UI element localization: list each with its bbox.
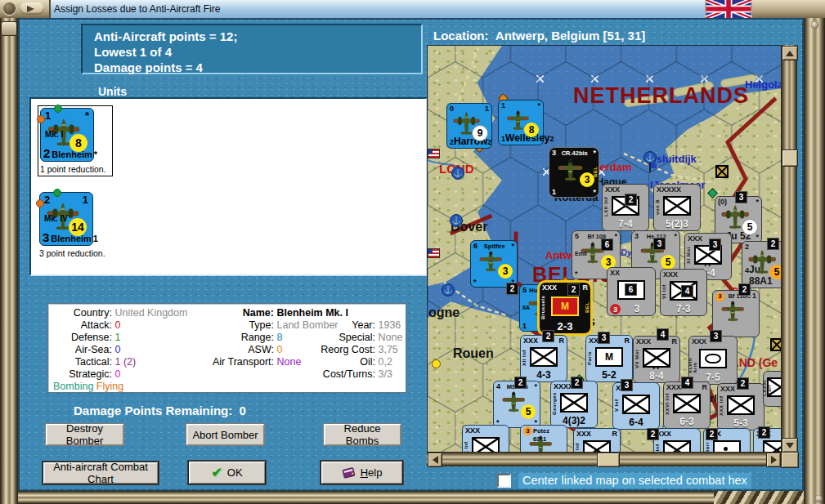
- counter-top-row: XXX: [463, 426, 509, 435]
- help-button[interactable]: Help: [321, 461, 403, 484]
- horizontal-scroll-thumb[interactable]: [597, 453, 620, 467]
- factory-icon: [715, 165, 729, 178]
- map-vertical-scrollbar[interactable]: [781, 45, 797, 452]
- anchor-icon: ⚓: [451, 167, 464, 180]
- stat-row: Attack: 0: [53, 319, 187, 332]
- hex-number-badge: 2: [737, 377, 749, 390]
- counter-formation-name: XII Inf: [521, 345, 527, 371]
- units-label: Units: [98, 85, 127, 98]
- units-listbox[interactable]: 1*Mk. I82Blenheim*1 point reduction.21Mk…: [29, 97, 428, 276]
- map-counter[interactable]: XXXXXX Inf5-3: [717, 383, 764, 430]
- map-counter[interactable]: XXXRXII Inf: [573, 428, 621, 453]
- window-menu-knob-icon[interactable]: [20, 2, 44, 15]
- help-book-icon: [342, 466, 356, 479]
- aircraft-icon: [717, 297, 748, 325]
- counter-strength: XX: [610, 269, 620, 277]
- vertical-scroll-thumb[interactable]: [782, 149, 798, 167]
- map-counter[interactable]: XXXRVII Mot●●8-4: [633, 336, 680, 383]
- stat-row: Strategic: 0: [53, 368, 187, 381]
- counter-badge: 8: [69, 134, 87, 152]
- map-counter[interactable]: XXXRBrusselsBELM2-3: [539, 282, 591, 334]
- map-counter[interactable]: 3Potez 6311: [520, 425, 567, 453]
- counter-flag: R: [583, 283, 589, 292]
- damage-value: 0: [240, 404, 246, 417]
- scroll-up-button[interactable]: [782, 46, 798, 60]
- hex-number-badge: 2: [767, 238, 779, 250]
- bluep-icon: [649, 163, 657, 172]
- counter-bottom-right: *: [94, 149, 97, 159]
- map-counter[interactable]: XXXX Inf: [462, 425, 509, 453]
- map-counter[interactable]: XXXIII Inf: [653, 428, 701, 453]
- check-icon: ✔: [211, 465, 222, 480]
- uk-flag-icon: [705, 0, 752, 18]
- counter-top-row: XXXR: [540, 283, 590, 292]
- abort-bomber-button[interactable]: Abort Bomber: [186, 423, 265, 446]
- center-map-checkbox[interactable]: [497, 474, 511, 488]
- window-knob-icon[interactable]: [3, 2, 16, 15]
- unit-symbol-inf: [622, 395, 650, 414]
- counter-combat-value: Blenheim: [52, 149, 92, 159]
- counter-formation-name: LXXXI Garr: [764, 381, 770, 395]
- title-bar[interactable]: Assign Losses due to Anti-Aircraft Fire: [49, 0, 705, 19]
- counter-badge: 8: [524, 123, 539, 137]
- counter-subname: Mk. IV: [44, 214, 68, 223]
- unit-caption: 1 point reduction.: [40, 164, 110, 174]
- map-counter[interactable]: 1*Mk. I82Blenheim*: [40, 108, 94, 162]
- counter-flag: R: [625, 337, 630, 345]
- unit-list-item[interactable]: 21Mk. IV143Blenheim13 point reduction.: [38, 190, 111, 260]
- map-counter[interactable]: XXXXXvon B5(2)3: [653, 184, 701, 231]
- counter-subname: Emil: [575, 251, 587, 256]
- unit-list-item[interactable]: 1*Mk. I82Blenheim*1 point reduction.: [38, 105, 113, 176]
- hex-number-badge: 4: [657, 328, 669, 341]
- hex-number-badge: 3: [735, 191, 747, 203]
- counter-formation-name: XLVIII Arm: [689, 346, 696, 373]
- green-status-pip: [54, 105, 62, 113]
- stat-label: Oil:: [307, 356, 375, 368]
- counter-combat-value: 7-3: [676, 303, 690, 314]
- center-map-option[interactable]: Center linked map on selected combat hex: [497, 471, 751, 489]
- stat-value: 3,75: [375, 344, 398, 355]
- map-counter[interactable]: XXXXLVIII Arm7-5: [688, 336, 738, 385]
- unit-symbol-mot: ●●: [643, 348, 670, 368]
- map-counter[interactable]: 3CR.42bis*BEL31*: [549, 147, 599, 198]
- map-counter[interactable]: XXXLXII Inf7-4: [602, 184, 649, 231]
- map-counter[interactable]: 6Spitfire*3**: [470, 240, 518, 288]
- counter-combat-value: 2-3: [558, 320, 573, 332]
- map-counter[interactable]: XXXV Inf6-4: [612, 382, 660, 430]
- wheels-icon: ●●: [644, 365, 669, 370]
- counter-badge: 3: [498, 264, 513, 279]
- orange-status-pip: [36, 199, 44, 207]
- map-counter[interactable]: 21Mk. IV143Blenheim1: [39, 192, 93, 246]
- scroll-left-button[interactable]: [428, 453, 442, 467]
- map-counter[interactable]: 0192Harrow2: [446, 103, 492, 149]
- aircraft-icon: [525, 432, 556, 453]
- scroll-down-button[interactable]: [782, 438, 798, 453]
- stat-row: Name: Blenheim Mk. I: [189, 307, 348, 319]
- counter-strength: XXX: [720, 385, 735, 393]
- map-viewport[interactable]: NETHERLANDSBELGIUMHelgolaAfsluitdijkIJss…: [427, 45, 782, 453]
- stat-label: Air Transport:: [189, 356, 274, 368]
- counter-formation-name: XXX Inf: [718, 393, 724, 419]
- counter-strength: XXX: [542, 283, 557, 292]
- window-title: Assign Losses due to Anti-Aircraft Fire: [49, 3, 220, 15]
- reduce-bombs-button[interactable]: Reduce Bombs: [323, 423, 401, 446]
- counter-bottom-right: *: [593, 188, 596, 196]
- counter-strength: XXXXX: [657, 185, 681, 194]
- counter-top-row: XX: [608, 268, 655, 277]
- counter-bottom-right: 2: [550, 135, 554, 143]
- window-corner-ornament: [0, 0, 51, 18]
- destroy-bomber-button[interactable]: Destroy Bomber: [45, 423, 124, 446]
- counter-combat-value: 4-3: [536, 369, 550, 381]
- green-status-pip: [53, 189, 61, 197]
- unit-counter-holder: 21Mk. IV143Blenheim1: [39, 192, 93, 246]
- aa-combat-chart-button[interactable]: Anti-aircraft Combat Chart: [43, 462, 159, 484]
- counter-badge: 3: [580, 172, 594, 187]
- map-counter[interactable]: 1*81Wellesley2: [498, 100, 544, 145]
- stat-value: United Kingdom: [112, 307, 187, 319]
- scroll-right-button[interactable]: [766, 453, 781, 467]
- map-counter[interactable]: LXXXI Garr: [763, 371, 782, 407]
- unit-caption: 3 point reduction.: [39, 248, 110, 258]
- stat-value: 0: [112, 368, 120, 380]
- counter-bottom-row: 7-3: [663, 303, 704, 314]
- ok-button[interactable]: ✔ OK: [188, 461, 266, 484]
